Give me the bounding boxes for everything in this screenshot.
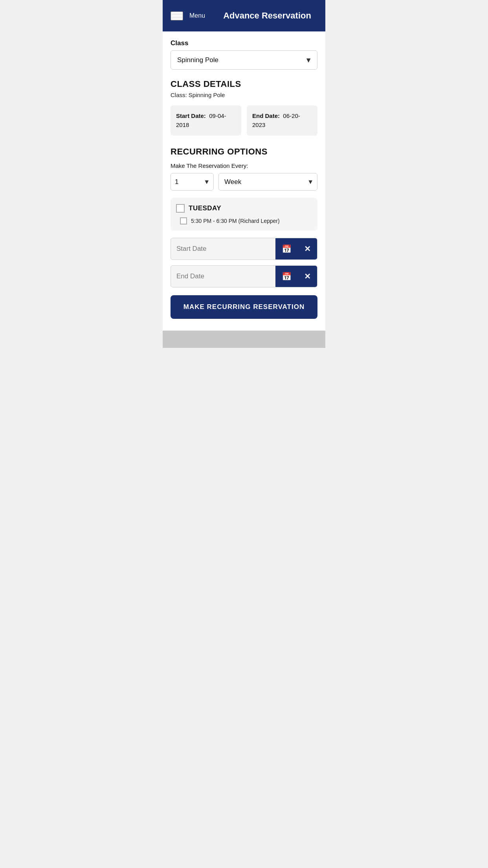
frequency-number-wrapper: 1 2 3 4 5 ▼ [171, 173, 214, 191]
calendar-icon: 📅 [282, 272, 292, 281]
tuesday-checkbox[interactable] [176, 204, 185, 213]
start-date-card: Start Date: 09-04-2018 [171, 105, 241, 136]
close-icon: ✕ [304, 272, 311, 281]
class-details-title: CLASS DETAILS [171, 79, 317, 89]
end-date-card: End Date: 06-20-2023 [247, 105, 317, 136]
make-recurring-reservation-button[interactable]: MAKE RECURRING RESERVATION [171, 295, 317, 319]
end-date-clear-button[interactable]: ✕ [298, 266, 317, 287]
end-date-input[interactable] [171, 266, 275, 287]
start-date-calendar-button[interactable]: 📅 [275, 238, 298, 259]
start-date-label: Start Date: [176, 112, 206, 119]
start-date-input-row: 📅 ✕ [171, 238, 317, 260]
recurring-options-title: RECURRING OPTIONS [171, 147, 317, 157]
bottom-bar [163, 331, 325, 348]
end-date-input-row: 📅 ✕ [171, 265, 317, 287]
frequency-row: 1 2 3 4 5 ▼ Day Week Month ▼ [171, 173, 317, 191]
day-header: TUESDAY [176, 204, 312, 213]
frequency-period-wrapper: Day Week Month ▼ [218, 173, 317, 191]
every-label: Make The Reservation Every: [171, 162, 317, 169]
app-header: Menu Advance Reservation [163, 0, 325, 31]
menu-label: Menu [189, 12, 205, 19]
class-details-subtitle: Class: Spinning Pole [171, 92, 317, 98]
close-icon: ✕ [304, 244, 311, 254]
class-select[interactable]: Spinning Pole Yoga Pilates Zumba [171, 50, 317, 70]
calendar-icon: 📅 [282, 244, 292, 254]
end-date-calendar-button[interactable]: 📅 [275, 266, 298, 287]
class-label: Class [171, 39, 317, 47]
menu-button[interactable] [171, 11, 183, 20]
class-select-wrapper: Spinning Pole Yoga Pilates Zumba ▼ [171, 50, 317, 70]
start-date-input[interactable] [171, 239, 275, 259]
time-slot: 5:30 PM - 6:30 PM (Richard Lepper) [176, 217, 312, 224]
timeslot-label: 5:30 PM - 6:30 PM (Richard Lepper) [191, 218, 280, 224]
frequency-number-select[interactable]: 1 2 3 4 5 [171, 173, 214, 191]
days-section: TUESDAY 5:30 PM - 6:30 PM (Richard Leppe… [171, 198, 317, 231]
day-name: TUESDAY [189, 204, 221, 212]
timeslot-checkbox[interactable] [180, 217, 187, 224]
main-content: Class Spinning Pole Yoga Pilates Zumba ▼… [163, 31, 325, 331]
start-date-clear-button[interactable]: ✕ [298, 238, 317, 259]
page-title: Advance Reservation [217, 11, 317, 21]
date-cards: Start Date: 09-04-2018 End Date: 06-20-2… [171, 105, 317, 136]
end-date-label: End Date: [252, 112, 280, 119]
frequency-period-select[interactable]: Day Week Month [218, 173, 317, 191]
